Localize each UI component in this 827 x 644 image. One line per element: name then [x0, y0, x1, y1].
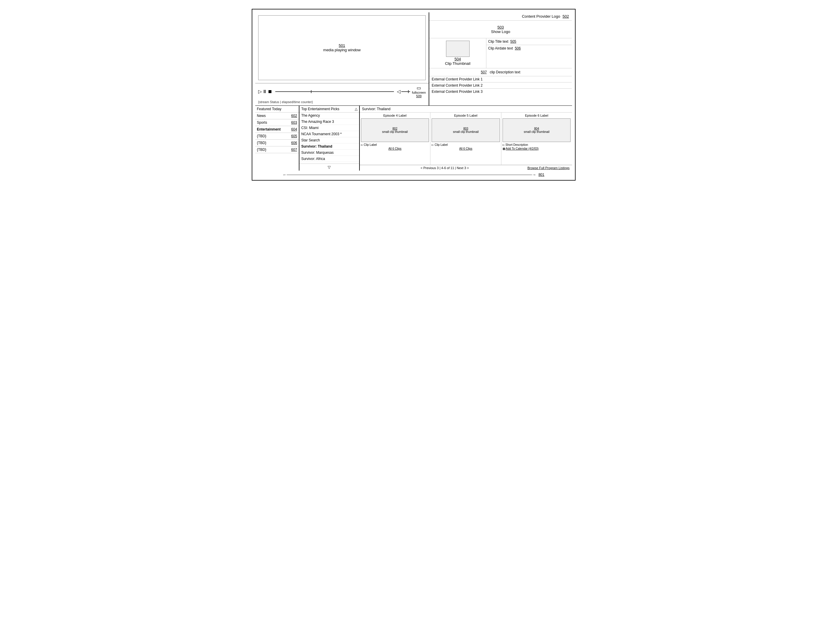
- episode-6-label: Episode 6 Label: [502, 114, 571, 117]
- prog-item-amazing-race[interactable]: The Amazing Race 3: [300, 119, 359, 125]
- episode-5-thumbnail: 803 small clip thumbnail: [432, 119, 500, 142]
- cat-row-sports[interactable]: Sports 603: [255, 119, 299, 126]
- arrow-line-inner: [287, 175, 532, 175]
- fullscreen-icon[interactable]: ▭: [417, 85, 421, 91]
- prog-item-agency[interactable]: The Agency: [300, 113, 359, 119]
- cat-news-label: News: [257, 114, 266, 118]
- stop-icon[interactable]: ⏹: [268, 89, 272, 94]
- main-container: 501 media playing window ▷ ⏸ ⏹ ◁ ▭ fulls…: [252, 9, 576, 181]
- media-window: 501 media playing window: [258, 15, 426, 80]
- media-window-label: media playing window: [323, 48, 360, 52]
- prog-item-survivor-thailand[interactable]: Survivor: Thailand: [300, 144, 359, 150]
- clip-description-area: 507 clip Description text: [429, 68, 572, 76]
- playback-controls: ▷ ⏸ ⏹: [258, 89, 272, 94]
- scrubber[interactable]: [275, 91, 394, 92]
- ep6-add-calendar[interactable]: ▦ Add To Calendar (4/2/03): [502, 147, 571, 150]
- prog-item-survivor-marquesas[interactable]: Survivor: Marquesas: [300, 150, 359, 156]
- ep4-thumb-label: small clip thumbnail: [382, 130, 408, 133]
- programs-header: Top Entertainment Picks △: [300, 106, 359, 113]
- scroll-up-icon[interactable]: △: [355, 107, 357, 111]
- content-provider-logo-row: Content Provider Logo 502: [429, 13, 572, 20]
- clip-thumbnail-box: [446, 41, 470, 57]
- cat-row-tbd1[interactable]: {TBD} 605: [255, 133, 299, 140]
- ep4-all-clips[interactable]: All 6 Clips: [361, 147, 429, 150]
- play-icon[interactable]: ▷: [258, 89, 262, 94]
- ep4-clip-label: ▻ Clip Label: [361, 143, 429, 147]
- show-title: Survivor: Thailand: [362, 107, 391, 111]
- prog-item-ncaa[interactable]: NCAA Tournament 2003 *: [300, 131, 359, 137]
- volume-slider[interactable]: [401, 91, 410, 92]
- clip-title-airdate: Clip Title text 505 Clip Airdate text 50…: [486, 38, 572, 68]
- clip-title-row: Clip Title text 505: [486, 38, 572, 45]
- ep5-clip-icon: ▻: [432, 143, 434, 147]
- cat-tbd3-label: {TBD}: [257, 148, 267, 152]
- cat-tbd1-ref: 605: [291, 134, 297, 138]
- cat-row-tbd3[interactable]: {TBD} 607: [255, 147, 299, 153]
- prog-item-survivor-africa[interactable]: Survivor: Africa: [300, 156, 359, 162]
- pagination[interactable]: < Previous 3 | 4-6 of 11 | Next 3 >: [362, 166, 527, 170]
- episode-6-thumbnail: 804 small clip thumbnail: [502, 119, 571, 142]
- fullscreen-label: fullscreen: [412, 91, 426, 94]
- show-logo-label: Show Logo: [491, 30, 510, 34]
- clip-airdate-ref: 506: [515, 46, 521, 50]
- cat-row-entertainment[interactable]: Entertainment 604: [255, 126, 299, 133]
- scroll-down-icon[interactable]: ▽: [300, 164, 359, 170]
- media-window-ref: 501: [339, 43, 345, 48]
- calendar-icon: ▦: [502, 147, 505, 150]
- volume-area: ◁: [397, 89, 410, 94]
- ext-link-2-label: External Content Provider Link 2: [432, 83, 482, 88]
- status-text: {stream Status | elapsed/time counter}: [258, 100, 313, 104]
- prog-item-csi[interactable]: CSI: Miami: [300, 125, 359, 131]
- clip-title-ref: 505: [510, 39, 516, 44]
- pause-icon[interactable]: ⏸: [262, 89, 267, 94]
- episode-4-thumbnail: 802 small clip thumbnail: [361, 119, 429, 142]
- ep5-thumb-label: small clip thumbnail: [453, 130, 478, 133]
- clip-desc-label: clip Description text: [490, 70, 520, 74]
- cat-sports-label: Sports: [257, 120, 267, 125]
- cat-featured-label: Featured Today: [257, 107, 281, 111]
- ep4-thumb-ref: 802: [392, 127, 398, 130]
- ext-link-1-label: External Content Provider Link 1: [432, 77, 482, 81]
- clip-airdate-row: Clip Airdate text 506: [486, 45, 572, 52]
- cat-row-featured[interactable]: Featured Today: [255, 106, 299, 113]
- stream-status: {stream Status | elapsed/time counter}: [255, 100, 429, 105]
- clip-title-label: Clip Title text: [488, 39, 509, 44]
- show-title-bar: Survivor: Thailand: [360, 106, 572, 113]
- ext-link-3[interactable]: External Content Provider Link 3: [429, 89, 572, 95]
- clip-thumbnail-label: Clip Thumbnail: [445, 61, 470, 66]
- cat-entertainment-ref: 604: [291, 127, 297, 131]
- episode-4-col: Episode 4 Label 802 small clip thumbnail…: [360, 113, 431, 165]
- category-sidebar: Featured Today News 602 Sports 603 Enter…: [255, 106, 300, 170]
- episode-6-col: Episode 6 Label 804 small clip thumbnail…: [501, 113, 572, 165]
- cat-tbd2-label: {TBD}: [257, 141, 267, 145]
- cat-row-news[interactable]: News 602: [255, 113, 299, 119]
- prog-item-star-search[interactable]: Star Search: [300, 137, 359, 144]
- ep6-desc-icon: ▻: [502, 143, 505, 147]
- cat-tbd1-label: {TBD}: [257, 134, 267, 138]
- fullscreen-ref: 509: [416, 94, 421, 98]
- ext-link-2[interactable]: External Content Provider Link 2: [429, 83, 572, 89]
- ep6-thumb-label: small clip thumbnail: [524, 130, 549, 133]
- ep5-thumb-ref: 803: [463, 127, 468, 130]
- clip-desc-ref: 507: [481, 70, 487, 74]
- volume-icon[interactable]: ◁: [397, 89, 400, 94]
- episode-5-col: Episode 5 Label 803 small clip thumbnail…: [431, 113, 501, 165]
- cat-sports-ref: 603: [291, 120, 297, 125]
- measurement-row: 801: [255, 170, 572, 177]
- programs-header-label: Top Entertainment Picks: [301, 107, 339, 111]
- browse-full-link[interactable]: Browse Full Program Listings: [527, 166, 570, 170]
- ep5-all-clips[interactable]: All 6 Clips: [432, 147, 500, 150]
- ext-link-3-label: External Content Provider Link 3: [432, 89, 482, 94]
- content-provider-logo-label: Content Provider Logo: [522, 14, 560, 19]
- clip-info-area: 504 Clip Thumbnail Clip Title text 505 C…: [429, 38, 572, 68]
- cat-tbd3-ref: 607: [291, 148, 297, 152]
- media-player-area: 501 media playing window ▷ ⏸ ⏹ ◁ ▭ fulls…: [255, 13, 429, 105]
- show-logo-ref: 503: [498, 25, 504, 30]
- cat-news-ref: 602: [291, 114, 297, 118]
- bottom-section: Featured Today News 602 Sports 603 Enter…: [255, 106, 572, 170]
- episode-5-label: Episode 5 Label: [432, 114, 500, 117]
- measurement-arrow: [282, 172, 536, 177]
- ext-link-1[interactable]: External Content Provider Link 1: [429, 76, 572, 83]
- right-panel: Content Provider Logo 502 503 Show Logo …: [429, 13, 572, 105]
- cat-row-tbd2[interactable]: {TBD} 606: [255, 140, 299, 147]
